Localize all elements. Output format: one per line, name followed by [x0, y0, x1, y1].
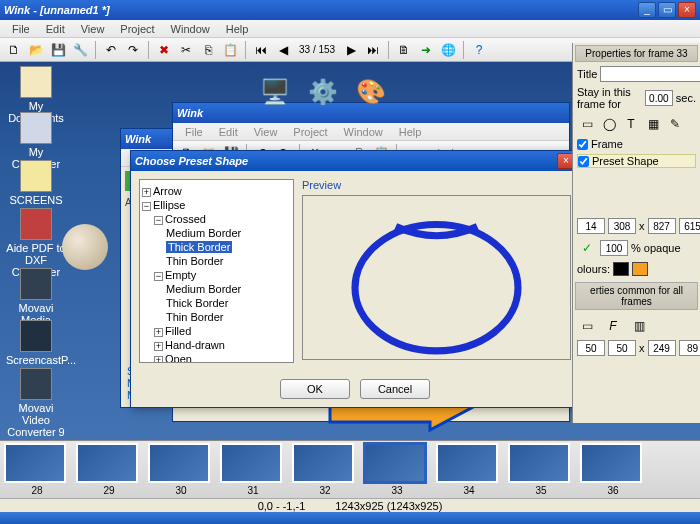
next-icon[interactable]: ▶ — [341, 40, 361, 60]
copy-icon[interactable]: ⎘ — [198, 40, 218, 60]
thumbnail-selected[interactable] — [364, 443, 426, 483]
main-menubar: File Edit View Project Window Help — [0, 20, 700, 38]
thumbnail[interactable] — [292, 443, 354, 483]
main-title: Wink - [unnamed1 *] — [4, 4, 636, 16]
menu-file[interactable]: File — [4, 23, 38, 35]
main-titlebar: Wink - [unnamed1 *] _ ▭ × — [0, 0, 700, 20]
status-dimensions: 1243x925 (1243x925) — [335, 500, 442, 512]
shape-tree[interactable]: +Arrow −Ellipse −Crossed Medium Border T… — [139, 179, 294, 363]
check-icon[interactable]: ✓ — [577, 238, 597, 258]
dialog-title: Choose Preset Shape — [135, 155, 555, 167]
thumbnail[interactable] — [148, 443, 210, 483]
toolbox-icons: 🖥️ ⚙️ 🎨 — [260, 78, 386, 106]
preset-shape-checkbox[interactable] — [578, 156, 589, 167]
expand-icon[interactable]: + — [142, 188, 151, 197]
desktop-icon-screencast[interactable]: ScreencastP... — [6, 320, 66, 366]
properties-header: Properties for frame 33 — [575, 45, 698, 62]
thumbnail[interactable] — [580, 443, 642, 483]
paste-icon[interactable]: 📋 — [220, 40, 240, 60]
doc-icon[interactable]: 🗎 — [394, 40, 414, 60]
thumbnail[interactable] — [508, 443, 570, 483]
tree-item[interactable]: Thin Border — [142, 310, 291, 324]
frame-checkbox[interactable] — [577, 139, 588, 150]
properties-panel: Properties for frame 33 Title Stay in th… — [572, 43, 700, 423]
desktop-icon-movaviconv[interactable]: Movavi Video Converter 9 — [6, 368, 66, 438]
gear-icon[interactable]: ⚙️ — [308, 78, 338, 106]
cut-icon[interactable]: ✂ — [176, 40, 196, 60]
frame-counter: 33 / 153 — [295, 44, 339, 55]
tree-item[interactable]: Medium Border — [142, 282, 291, 296]
status-bar: 0,0 - -1,-1 1243x925 (1243x925) — [0, 498, 700, 512]
first-icon[interactable]: ⏮ — [251, 40, 271, 60]
menu-project[interactable]: Project — [112, 23, 162, 35]
thumbnail[interactable] — [220, 443, 282, 483]
filmstrip[interactable]: 28 29 30 31 32 33 34 35 36 — [0, 440, 700, 498]
export-icon[interactable]: ➜ — [416, 40, 436, 60]
opacity-input[interactable] — [600, 240, 628, 256]
preview-label: Preview — [302, 179, 571, 191]
ok-button[interactable]: OK — [280, 379, 350, 399]
redo-icon[interactable]: ↷ — [123, 40, 143, 60]
thumbnail[interactable] — [76, 443, 138, 483]
title-input[interactable] — [600, 66, 700, 82]
globe-icon[interactable]: 🌐 — [438, 40, 458, 60]
last-icon[interactable]: ⏭ — [363, 40, 383, 60]
color-swatch-black[interactable] — [613, 262, 629, 276]
thumbnail[interactable] — [436, 443, 498, 483]
cancel-button[interactable]: Cancel — [360, 379, 430, 399]
duration-input[interactable] — [645, 90, 673, 106]
wrench-icon[interactable]: 🔧 — [70, 40, 90, 60]
tree-item[interactable]: Medium Border — [142, 226, 291, 240]
help-icon[interactable]: ? — [469, 40, 489, 60]
tree-item-selected[interactable]: Thick Border — [142, 240, 291, 254]
open-icon[interactable]: 📂 — [26, 40, 46, 60]
tree-item[interactable]: Thick Border — [142, 296, 291, 310]
screen-icon[interactable]: 🖥️ — [260, 78, 290, 106]
desktop-icon-screens[interactable]: SCREENS — [6, 160, 66, 206]
palette-icon[interactable]: 🎨 — [356, 78, 386, 106]
thumbnail[interactable] — [4, 443, 66, 483]
menu-help[interactable]: Help — [218, 23, 257, 35]
prev-icon[interactable]: ◀ — [273, 40, 293, 60]
color-swatch-orange[interactable] — [632, 262, 648, 276]
minimize-button[interactable]: _ — [638, 2, 656, 18]
tree-item[interactable]: Thin Border — [142, 254, 291, 268]
new-icon[interactable]: 🗋 — [4, 40, 24, 60]
menu-window[interactable]: Window — [163, 23, 218, 35]
undo-icon[interactable]: ↶ — [101, 40, 121, 60]
preview-box — [302, 195, 571, 360]
svg-point-0 — [355, 225, 518, 351]
dim-input[interactable] — [577, 218, 605, 234]
tool-icon[interactable]: ▭ — [577, 114, 597, 134]
menu-view[interactable]: View — [73, 23, 113, 35]
delete-icon[interactable]: ✖ — [154, 40, 174, 60]
moon-image — [62, 224, 108, 270]
save-icon[interactable]: 💾 — [48, 40, 68, 60]
taskbar[interactable] — [0, 512, 700, 524]
menu-edit[interactable]: Edit — [38, 23, 73, 35]
choose-preset-dialog: Choose Preset Shape × +Arrow −Ellipse −C… — [130, 150, 580, 408]
close-button[interactable]: × — [678, 2, 696, 18]
status-position: 0,0 - -1,-1 — [258, 500, 306, 512]
maximize-button[interactable]: ▭ — [658, 2, 676, 18]
